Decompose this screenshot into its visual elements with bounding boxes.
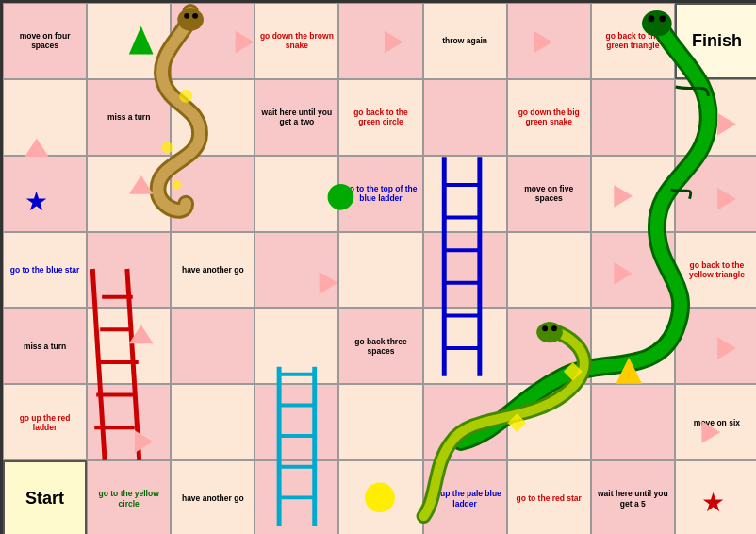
cell-text-r6c6: go to the red star [516, 493, 581, 503]
cell-r2c5 [423, 156, 507, 232]
cell-text-r6c2: have another go [182, 493, 244, 503]
cell-r6c3 [255, 460, 338, 534]
cell-r5c3 [255, 384, 338, 460]
cell-r2c1 [87, 156, 171, 232]
cell-text-r6c1: go to the yellow circle [90, 489, 167, 508]
cell-text-r3c0: go to the blue star [10, 265, 80, 275]
cell-r6c0: Start [3, 460, 87, 534]
cell-r3c4 [338, 232, 422, 309]
cell-r6c7: wait here until you get a 5 [591, 460, 675, 534]
cell-r6c1: go to the yellow circle [87, 460, 171, 534]
cell-r4c2 [171, 308, 255, 384]
cell-text-r0c0: move on four spaces [7, 31, 83, 50]
cell-r3c3 [255, 232, 338, 309]
cell-r1c8 [675, 79, 756, 156]
cell-r2c2 [171, 156, 255, 232]
cell-text-r2c4: go to the top of the blue ladder [342, 184, 419, 203]
cell-r1c2 [171, 79, 255, 156]
cell-text-r1c6: go down the big green snake [511, 108, 587, 126]
cell-r1c3: wait here until you get a two [255, 79, 338, 156]
cell-r1c6: go down the big green snake [507, 79, 591, 156]
cell-r5c4 [338, 384, 422, 460]
cell-r3c1 [87, 232, 171, 309]
cell-r2c8 [675, 156, 756, 232]
cell-r4c1 [87, 308, 171, 384]
cell-r2c6: move on five spaces [507, 156, 591, 232]
cell-r5c0: go up the red ladder [3, 384, 87, 460]
cell-r3c6 [507, 232, 591, 309]
cell-r4c3 [255, 308, 338, 384]
cell-r2c3 [255, 156, 338, 232]
cell-r0c7: go back to the green triangle [591, 3, 675, 79]
cell-text-r6c5: go up the pale blue ladder [427, 489, 503, 508]
cell-r3c5 [423, 232, 507, 309]
cell-r0c3: go down the brown snake [255, 3, 338, 79]
cell-r5c8: move on six [675, 384, 756, 460]
cell-text-r5c8: move on six [694, 418, 740, 427]
cell-r6c8 [675, 460, 756, 534]
cell-r0c2 [171, 3, 255, 79]
cell-r3c0: go to the blue star [3, 232, 87, 309]
cell-r5c2 [171, 384, 255, 460]
cell-r0c5: throw again [423, 3, 507, 79]
cell-r6c5: go up the pale blue ladder [423, 460, 507, 534]
cell-r4c8 [675, 308, 756, 384]
cell-r2c7 [591, 156, 675, 232]
cell-r5c6 [507, 384, 591, 460]
cell-r4c7 [591, 308, 675, 384]
cell-r2c4: go to the top of the blue ladder [338, 156, 422, 232]
cell-text-r4c0: miss a turn [24, 342, 66, 351]
cell-r1c1: miss a turn [87, 79, 171, 156]
cell-r6c6: go to the red star [507, 460, 591, 534]
cell-r0c6 [507, 3, 591, 79]
cell-r0c4 [338, 3, 422, 79]
cell-r0c1 [87, 3, 171, 79]
cell-r0c8: Finish [675, 3, 756, 79]
cell-text-r1c4: go back to the green circle [342, 108, 419, 126]
game-board: ★ ★ move on four spacesgo down the brown… [0, 0, 756, 534]
cell-text-r6c7: wait here until you get a 5 [595, 489, 671, 508]
cell-text-r4c4: go back three spaces [342, 337, 419, 356]
cell-text-r0c5: throw again [442, 36, 487, 45]
cell-text-r0c7: go back to the green triangle [595, 31, 671, 50]
cell-r6c4 [338, 460, 422, 534]
cell-text-r0c8: Finish [692, 31, 742, 52]
cell-r1c5 [423, 79, 507, 156]
cell-r0c0: move on four spaces [3, 3, 87, 79]
cell-text-r5c0: go up the red ladder [7, 413, 83, 432]
cell-r4c4: go back three spaces [338, 308, 422, 384]
cell-r4c5 [423, 308, 507, 384]
cell-r4c0: miss a turn [3, 308, 87, 384]
cell-r4c6 [507, 308, 591, 384]
cell-text-r2c6: move on five spaces [511, 184, 587, 203]
cell-text-r1c3: wait here until you get a two [258, 108, 335, 126]
cell-r1c4: go back to the green circle [338, 79, 422, 156]
cell-r5c1 [87, 384, 171, 460]
cell-r5c7 [591, 384, 675, 460]
cell-r3c8: go back to the yellow triangle [675, 232, 756, 309]
cell-r6c2: have another go [171, 460, 255, 534]
cell-r1c7 [591, 79, 675, 156]
cell-r3c2: have another go [171, 232, 255, 309]
cell-r5c5 [423, 384, 507, 460]
cell-text-r0c3: go down the brown snake [258, 31, 335, 50]
cell-r1c0 [3, 79, 87, 156]
cell-r3c7 [591, 232, 675, 309]
cell-r2c0 [3, 156, 87, 232]
cell-text-r3c2: have another go [182, 265, 244, 275]
cell-text-r3c8: go back to the yellow triangle [679, 260, 755, 279]
cell-text-r6c0: Start [25, 489, 64, 509]
cell-text-r1c1: miss a turn [107, 112, 150, 122]
